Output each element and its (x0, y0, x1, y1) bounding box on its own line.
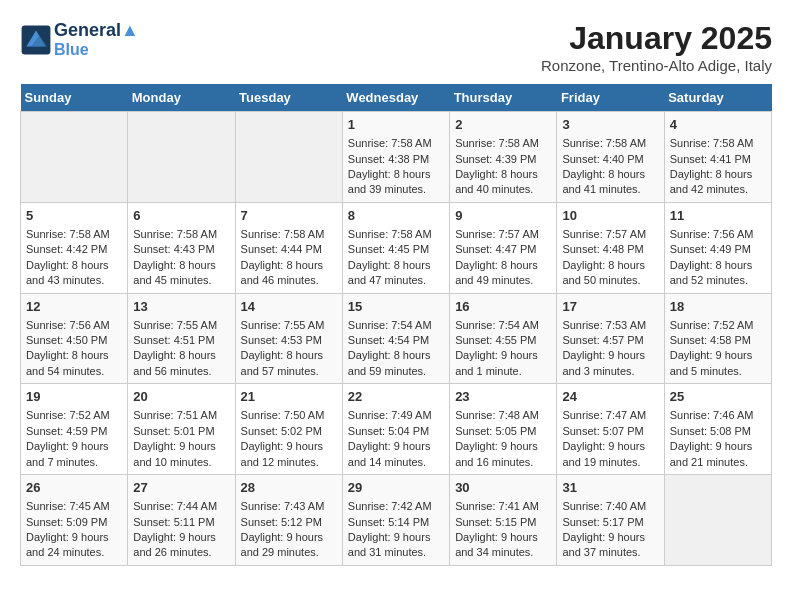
sunrise-text: Sunrise: 7:58 AM (670, 137, 754, 149)
calendar-week-row: 1Sunrise: 7:58 AMSunset: 4:38 PMDaylight… (21, 112, 772, 203)
sunset-text: Sunset: 4:48 PM (562, 243, 643, 255)
sunrise-text: Sunrise: 7:56 AM (670, 228, 754, 240)
day-number: 23 (455, 388, 551, 406)
sunset-text: Sunset: 4:47 PM (455, 243, 536, 255)
daylight-text: Daylight: 8 hours and 54 minutes. (26, 349, 109, 376)
sunset-text: Sunset: 4:44 PM (241, 243, 322, 255)
daylight-text: Daylight: 9 hours and 7 minutes. (26, 440, 109, 467)
day-number: 27 (133, 479, 229, 497)
day-number: 6 (133, 207, 229, 225)
sunrise-text: Sunrise: 7:55 AM (241, 319, 325, 331)
daylight-text: Daylight: 8 hours and 41 minutes. (562, 168, 645, 195)
sunset-text: Sunset: 5:15 PM (455, 516, 536, 528)
calendar-day-cell: 11Sunrise: 7:56 AMSunset: 4:49 PMDayligh… (664, 202, 771, 293)
daylight-text: Daylight: 9 hours and 37 minutes. (562, 531, 645, 558)
sunrise-text: Sunrise: 7:55 AM (133, 319, 217, 331)
sunset-text: Sunset: 4:55 PM (455, 334, 536, 346)
sunset-text: Sunset: 5:17 PM (562, 516, 643, 528)
day-number: 18 (670, 298, 766, 316)
calendar-day-cell: 25Sunrise: 7:46 AMSunset: 5:08 PMDayligh… (664, 384, 771, 475)
sunset-text: Sunset: 4:45 PM (348, 243, 429, 255)
day-number: 20 (133, 388, 229, 406)
day-number: 7 (241, 207, 337, 225)
daylight-text: Daylight: 8 hours and 46 minutes. (241, 259, 324, 286)
daylight-text: Daylight: 9 hours and 21 minutes. (670, 440, 753, 467)
calendar-day-cell: 8Sunrise: 7:58 AMSunset: 4:45 PMDaylight… (342, 202, 449, 293)
logo: General▲ Blue (20, 20, 139, 59)
sunrise-text: Sunrise: 7:58 AM (455, 137, 539, 149)
sunset-text: Sunset: 5:04 PM (348, 425, 429, 437)
day-number: 8 (348, 207, 444, 225)
calendar-day-cell: 2Sunrise: 7:58 AMSunset: 4:39 PMDaylight… (450, 112, 557, 203)
weekday-header-sunday: Sunday (21, 84, 128, 112)
day-number: 1 (348, 116, 444, 134)
calendar-day-cell: 1Sunrise: 7:58 AMSunset: 4:38 PMDaylight… (342, 112, 449, 203)
sunset-text: Sunset: 5:11 PM (133, 516, 214, 528)
sunrise-text: Sunrise: 7:44 AM (133, 500, 217, 512)
title-block: January 2025 Ronzone, Trentino-Alto Adig… (541, 20, 772, 74)
calendar-day-cell: 29Sunrise: 7:42 AMSunset: 5:14 PMDayligh… (342, 475, 449, 566)
daylight-text: Daylight: 9 hours and 26 minutes. (133, 531, 216, 558)
day-number: 29 (348, 479, 444, 497)
sunrise-text: Sunrise: 7:54 AM (348, 319, 432, 331)
calendar-day-cell: 10Sunrise: 7:57 AMSunset: 4:48 PMDayligh… (557, 202, 664, 293)
weekday-header-wednesday: Wednesday (342, 84, 449, 112)
sunset-text: Sunset: 4:39 PM (455, 153, 536, 165)
sunset-text: Sunset: 4:54 PM (348, 334, 429, 346)
calendar-week-row: 26Sunrise: 7:45 AMSunset: 5:09 PMDayligh… (21, 475, 772, 566)
sunrise-text: Sunrise: 7:58 AM (241, 228, 325, 240)
sunrise-text: Sunrise: 7:57 AM (562, 228, 646, 240)
day-number: 21 (241, 388, 337, 406)
daylight-text: Daylight: 8 hours and 49 minutes. (455, 259, 538, 286)
day-number: 19 (26, 388, 122, 406)
calendar-day-cell: 14Sunrise: 7:55 AMSunset: 4:53 PMDayligh… (235, 293, 342, 384)
calendar-day-cell: 19Sunrise: 7:52 AMSunset: 4:59 PMDayligh… (21, 384, 128, 475)
calendar-day-cell: 16Sunrise: 7:54 AMSunset: 4:55 PMDayligh… (450, 293, 557, 384)
calendar-day-cell: 7Sunrise: 7:58 AMSunset: 4:44 PMDaylight… (235, 202, 342, 293)
sunrise-text: Sunrise: 7:58 AM (348, 137, 432, 149)
calendar-day-cell: 17Sunrise: 7:53 AMSunset: 4:57 PMDayligh… (557, 293, 664, 384)
calendar-table: SundayMondayTuesdayWednesdayThursdayFrid… (20, 84, 772, 566)
logo-icon (20, 24, 52, 56)
day-number: 12 (26, 298, 122, 316)
sunset-text: Sunset: 4:58 PM (670, 334, 751, 346)
calendar-day-cell: 12Sunrise: 7:56 AMSunset: 4:50 PMDayligh… (21, 293, 128, 384)
daylight-text: Daylight: 9 hours and 31 minutes. (348, 531, 431, 558)
calendar-day-cell: 27Sunrise: 7:44 AMSunset: 5:11 PMDayligh… (128, 475, 235, 566)
calendar-day-cell: 3Sunrise: 7:58 AMSunset: 4:40 PMDaylight… (557, 112, 664, 203)
sunset-text: Sunset: 4:51 PM (133, 334, 214, 346)
sunset-text: Sunset: 5:14 PM (348, 516, 429, 528)
sunset-text: Sunset: 5:07 PM (562, 425, 643, 437)
page-header: General▲ Blue January 2025 Ronzone, Tren… (20, 20, 772, 74)
sunset-text: Sunset: 4:53 PM (241, 334, 322, 346)
sunset-text: Sunset: 4:57 PM (562, 334, 643, 346)
sunrise-text: Sunrise: 7:58 AM (133, 228, 217, 240)
weekday-header-row: SundayMondayTuesdayWednesdayThursdayFrid… (21, 84, 772, 112)
sunrise-text: Sunrise: 7:52 AM (26, 409, 110, 421)
daylight-text: Daylight: 8 hours and 56 minutes. (133, 349, 216, 376)
calendar-day-cell: 28Sunrise: 7:43 AMSunset: 5:12 PMDayligh… (235, 475, 342, 566)
daylight-text: Daylight: 8 hours and 40 minutes. (455, 168, 538, 195)
calendar-week-row: 19Sunrise: 7:52 AMSunset: 4:59 PMDayligh… (21, 384, 772, 475)
daylight-text: Daylight: 8 hours and 43 minutes. (26, 259, 109, 286)
day-number: 22 (348, 388, 444, 406)
daylight-text: Daylight: 9 hours and 34 minutes. (455, 531, 538, 558)
weekday-header-saturday: Saturday (664, 84, 771, 112)
day-number: 14 (241, 298, 337, 316)
day-number: 24 (562, 388, 658, 406)
day-number: 11 (670, 207, 766, 225)
daylight-text: Daylight: 9 hours and 14 minutes. (348, 440, 431, 467)
calendar-day-cell: 9Sunrise: 7:57 AMSunset: 4:47 PMDaylight… (450, 202, 557, 293)
sunset-text: Sunset: 4:38 PM (348, 153, 429, 165)
daylight-text: Daylight: 9 hours and 24 minutes. (26, 531, 109, 558)
calendar-day-cell: 20Sunrise: 7:51 AMSunset: 5:01 PMDayligh… (128, 384, 235, 475)
calendar-day-cell: 15Sunrise: 7:54 AMSunset: 4:54 PMDayligh… (342, 293, 449, 384)
sunrise-text: Sunrise: 7:49 AM (348, 409, 432, 421)
daylight-text: Daylight: 9 hours and 12 minutes. (241, 440, 324, 467)
day-number: 4 (670, 116, 766, 134)
day-number: 9 (455, 207, 551, 225)
daylight-text: Daylight: 8 hours and 59 minutes. (348, 349, 431, 376)
day-number: 28 (241, 479, 337, 497)
daylight-text: Daylight: 9 hours and 3 minutes. (562, 349, 645, 376)
day-number: 3 (562, 116, 658, 134)
